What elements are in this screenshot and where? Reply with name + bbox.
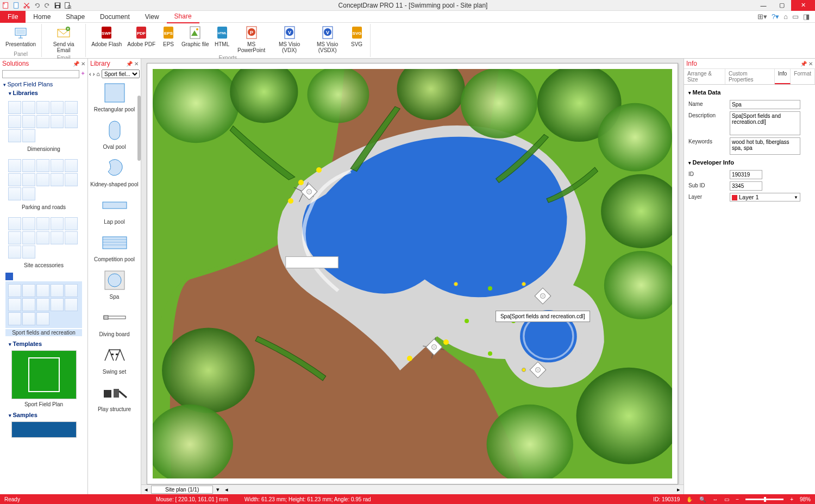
rotate-handle[interactable] [522,282,526,286]
shape-oval-pool[interactable]: Oval pool [88,117,141,154]
expand-icon[interactable]: ◨ [803,12,810,21]
scrollbar-thumb[interactable] [137,96,141,161]
preview-icon[interactable] [64,2,72,9]
send-email-button[interactable]: Send via Email [45,24,82,54]
close-panel-icon[interactable]: ✕ [808,61,813,67]
site-plan-drawing[interactable]: Spa[Sport fields and recreation.cdl] [153,69,672,478]
undo-icon[interactable] [33,2,41,9]
info-tab-info[interactable]: Info [775,68,791,84]
export-vdx-button[interactable]: VMS Visio (VDX) [271,24,308,54]
lib-group-dimensioning[interactable]: Dimensioning [0,97,87,155]
export-eps-button[interactable]: EPSEPS [159,24,178,48]
lib-dropdown[interactable]: Sport fiel... [102,70,140,78]
export-html-button[interactable]: HTMLHTML [212,24,232,48]
layer-select[interactable]: Layer 1 ▼ [730,193,800,201]
layer-color-swatch [732,195,737,200]
new-icon[interactable] [12,2,20,9]
window-menu-icon[interactable]: ⊞▾ [757,12,767,21]
tree-root[interactable]: Sport Field Plans [0,80,87,89]
close-button[interactable]: ✕ [791,0,815,11]
shape-competition-pool[interactable]: Competition pool [88,229,141,267]
tree-samples[interactable]: Samples [0,411,87,419]
tab-shape[interactable]: Shape [58,11,92,23]
selection-handle[interactable] [488,286,492,291]
lib-group-parking[interactable]: Parking and roads [0,155,87,213]
template-thumb[interactable] [11,350,77,399]
canvas-viewport[interactable]: Spa[Sport fields and recreation.cdl] [141,59,684,484]
lib-group-accessories[interactable]: Site accessories [0,213,87,272]
svg-rect-5 [56,3,60,5]
minimize-button[interactable]: — [754,0,773,11]
solutions-search-input[interactable] [2,70,79,78]
help-icon[interactable]: ?▾ [772,12,779,21]
export-ppt-button[interactable]: PMS PowerPoint [233,24,270,54]
export-pdf-button[interactable]: PDFAdobe PDF [125,24,158,48]
zoom-in-icon[interactable]: + [790,496,793,502]
pin-icon[interactable]: 📌 [73,61,79,67]
page-scroll-left-icon[interactable]: ◂ [225,486,228,493]
description-field[interactable]: Spa[Sport fields and recreation.cdl] [730,111,800,135]
lib-fwd-icon[interactable]: › [93,71,95,77]
selection-handle[interactable] [465,319,469,323]
restore-view-icon[interactable]: ▭ [792,12,799,21]
scissors-icon[interactable] [23,2,30,9]
shape-swing-set[interactable]: Swing set [88,342,141,379]
name-field[interactable] [730,100,800,109]
keywords-field[interactable]: wood hot tub, fiberglass spa, spa [730,137,800,155]
meta-data-section[interactable]: Meta Data [688,87,811,98]
pin-icon[interactable]: 📌 [800,61,807,67]
info-tab-format[interactable]: Format [791,68,815,84]
pin-icon[interactable]: 📌 [126,61,133,67]
home-view-icon[interactable]: ⌂ [783,12,788,21]
tab-home[interactable]: Home [26,11,58,23]
fit-page-icon[interactable]: ▭ [724,496,729,502]
close-panel-icon[interactable]: ✕ [81,61,85,67]
svg-point-59 [604,251,672,319]
redo-icon[interactable] [43,2,51,9]
export-svg-button[interactable]: SVGSVG [347,24,367,48]
presentation-button[interactable]: Presentation [3,24,38,48]
id-field[interactable] [730,170,762,179]
close-panel-icon[interactable]: ✕ [134,61,139,67]
info-tab-arrange[interactable]: Arrange & Size [684,68,725,84]
page-scroll-right-icon[interactable]: ▸ [677,486,680,493]
tab-view[interactable]: View [137,11,167,23]
shape-spa[interactable]: Spa [88,267,141,304]
file-menu[interactable]: File [0,11,26,23]
shape-play-structure[interactable]: Play structure [88,379,141,417]
page-prev-icon[interactable]: ◂ [145,486,148,493]
tab-document[interactable]: Document [92,11,137,23]
tree-templates[interactable]: Templates [0,339,87,348]
export-graphic-button[interactable]: Graphic file [179,24,211,48]
pan-tool-icon[interactable]: ✋ [686,496,693,502]
page-menu-icon[interactable]: ▾ [216,486,220,493]
search-options-icon[interactable]: ✦ [80,70,85,78]
canvas-page[interactable]: Spa[Sport fields and recreation.cdl] [147,63,678,484]
info-tab-custom[interactable]: Custom Properties [725,68,775,84]
developer-info-section[interactable]: Developer Info [688,157,811,168]
page-width-icon[interactable]: ↔ [712,496,718,502]
subid-field[interactable] [730,181,762,191]
svg-text:SVG: SVG [352,31,361,36]
page-tab[interactable]: Site plan (1/1) [151,486,213,494]
tab-share[interactable]: Share [167,10,199,23]
sample-thumb[interactable] [11,421,77,438]
shape-kidney-pool[interactable]: Kidney-shaped pool [88,154,141,192]
selection-handle[interactable] [488,351,492,356]
shape-lap-pool[interactable]: Lap pool [88,192,141,229]
zoom-value[interactable]: 98% [800,496,811,502]
zoom-out-icon[interactable]: − [736,496,739,502]
shape-rectangular-pool[interactable]: Rectangular pool [88,79,141,117]
save-lib-icon[interactable] [5,273,13,280]
lib-home-icon[interactable]: ⌂ [96,71,100,77]
zoom-slider[interactable] [745,499,783,500]
shape-diving-board[interactable]: Diving board [88,304,141,342]
lib-group-sportfields[interactable]: Sport fields and recreation [0,272,87,339]
export-flash-button[interactable]: SWFAdobe Flash [89,24,124,48]
export-vsdx-button[interactable]: VMS Visio (VSDX) [309,24,346,54]
zoom-tool-icon[interactable]: 🔍 [699,496,706,502]
save-icon[interactable] [54,2,61,9]
maximize-button[interactable]: ▢ [773,0,791,11]
lib-back-icon[interactable]: ‹ [89,71,91,77]
tree-libraries[interactable]: Libraries [0,89,87,97]
